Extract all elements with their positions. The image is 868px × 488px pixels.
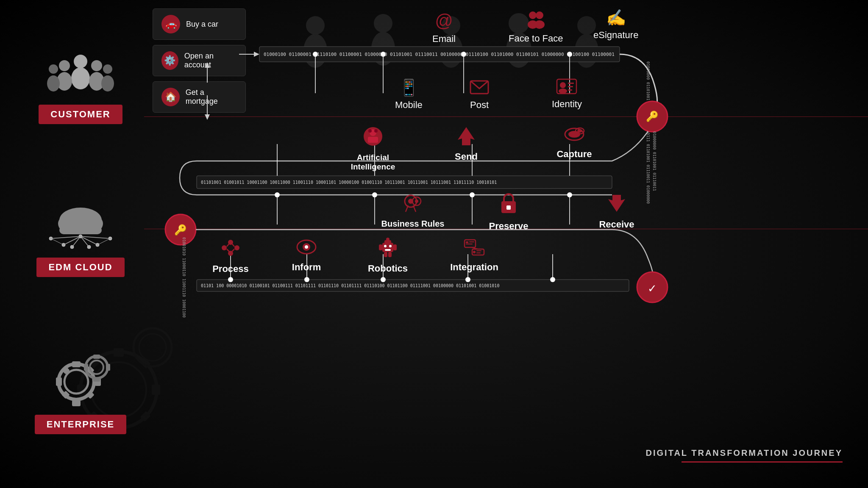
svg-text:01001010 11000110 11001110 100: 01001010 11000110 11001110 10001100: [182, 237, 186, 318]
svg-marker-151: [608, 195, 625, 212]
svg-rect-62: [106, 364, 110, 371]
svg-line-159: [227, 249, 229, 252]
svg-rect-90: [197, 176, 612, 189]
svg-rect-175: [469, 241, 474, 242]
svg-point-109: [304, 277, 309, 282]
svg-point-76: [313, 52, 318, 57]
h-divider-1: [144, 116, 868, 117]
svg-point-124: [536, 11, 543, 19]
svg-rect-56: [86, 391, 95, 399]
esignature-label: eSignature: [593, 30, 638, 41]
ai-label: Artificial Intelligence: [339, 153, 407, 172]
buy-car-button[interactable]: 🚗 Buy a car: [153, 8, 246, 40]
ai-icon: [362, 125, 384, 148]
svg-point-19: [71, 67, 90, 89]
svg-rect-169: [379, 244, 382, 250]
face-to-face-channel: Face to Face: [509, 8, 563, 44]
esignature-icon: ✍: [593, 8, 638, 27]
svg-line-157: [232, 244, 234, 247]
svg-rect-171: [384, 252, 387, 257]
ai-process: Artificial Intelligence: [339, 125, 407, 172]
svg-line-42: [81, 236, 110, 238]
svg-text:🔑: 🔑: [174, 224, 187, 236]
svg-point-94: [470, 192, 475, 197]
svg-rect-174: [466, 241, 468, 243]
svg-line-41: [51, 236, 81, 238]
svg-rect-75: [259, 47, 620, 62]
process-icon: [220, 237, 241, 258]
svg-point-27: [101, 75, 114, 92]
dtj-title: DIGITAL TRANSFORMATION JOURNEY: [646, 448, 843, 458]
customer-icon: [47, 54, 114, 98]
svg-point-152: [222, 245, 227, 250]
buy-car-label: Buy a car: [186, 20, 218, 29]
svg-rect-135: [368, 137, 378, 143]
svg-rect-31: [59, 226, 102, 234]
svg-point-110: [381, 277, 386, 282]
integration-label: Integration: [447, 262, 502, 273]
svg-point-166: [384, 245, 387, 247]
preserve-label: Preserve: [483, 221, 534, 232]
svg-rect-60: [93, 377, 100, 382]
svg-text:✓: ✓: [648, 282, 657, 295]
svg-point-18: [74, 55, 87, 68]
svg-rect-172: [388, 252, 392, 257]
svg-text:01000000 01101001 01110011: 01000000 01101001 01110011: [652, 131, 657, 191]
open-account-icon: ⚙️: [161, 51, 178, 70]
enterprise-section: ENTERPRISE: [35, 351, 127, 434]
svg-point-154: [234, 245, 239, 250]
svg-point-92: [275, 192, 280, 197]
svg-point-108: [228, 277, 233, 282]
receive-label: Receive: [593, 219, 640, 230]
process-label: Process: [205, 263, 256, 274]
identity-icon: [556, 78, 577, 94]
svg-point-167: [389, 245, 392, 247]
svg-rect-168: [385, 249, 391, 251]
svg-point-122: [529, 11, 537, 19]
svg-rect-132: [568, 89, 572, 91]
svg-point-78: [461, 52, 466, 57]
buy-car-icon: 🚗: [161, 15, 180, 33]
robotics-icon: [377, 235, 398, 258]
svg-text:01101001 01001011 10001100 100: 01101001 01001011 10001100 10011000 1100…: [201, 180, 497, 185]
svg-point-137: [374, 129, 378, 133]
svg-rect-106: [197, 280, 629, 291]
svg-point-142: [577, 129, 582, 133]
svg-point-22: [91, 60, 102, 71]
svg-point-125: [534, 20, 545, 29]
svg-point-63: [306, 16, 325, 35]
face-to-face-label: Face to Face: [509, 33, 563, 44]
svg-point-111: [465, 277, 470, 282]
integration-item: Integration: [447, 237, 502, 273]
main-area: 🚗 Buy a car ⚙️ Open an account 🏠 Get a m…: [144, 0, 868, 488]
svg-line-156: [227, 244, 229, 247]
get-mortgage-button[interactable]: 🏠 Get a mortgage: [153, 81, 246, 113]
svg-rect-131: [568, 86, 573, 87]
edm-cloud-label: EDM CLOUD: [36, 258, 124, 277]
email-label: Email: [432, 33, 456, 44]
edm-cloud-section: EDM CLOUD: [36, 198, 124, 277]
mobile-label: Mobile: [395, 100, 423, 111]
enterprise-label: ENTERPRISE: [35, 415, 127, 434]
svg-rect-170: [393, 244, 397, 250]
face-to-face-icon: [525, 8, 546, 30]
svg-point-104: [165, 214, 196, 245]
esignature-channel: ✍ eSignature: [593, 8, 638, 41]
receive-process: Receive: [593, 193, 640, 230]
svg-line-46: [97, 238, 110, 245]
svg-point-26: [103, 64, 112, 74]
svg-point-95: [567, 192, 572, 197]
svg-point-178: [473, 251, 476, 253]
svg-rect-179: [476, 250, 481, 251]
email-channel: @ Email: [432, 11, 456, 44]
inform-item: Inform: [283, 237, 330, 273]
svg-point-118: [637, 272, 668, 302]
preserve-icon: [498, 193, 519, 216]
svg-line-158: [232, 249, 234, 252]
capture-process: Capture: [547, 125, 602, 160]
cloud-icon: [47, 198, 114, 251]
open-account-button[interactable]: ⚙️ Open an account: [153, 45, 246, 76]
svg-point-65: [374, 14, 392, 33]
post-label: Post: [470, 100, 489, 111]
svg-rect-180: [476, 252, 481, 253]
